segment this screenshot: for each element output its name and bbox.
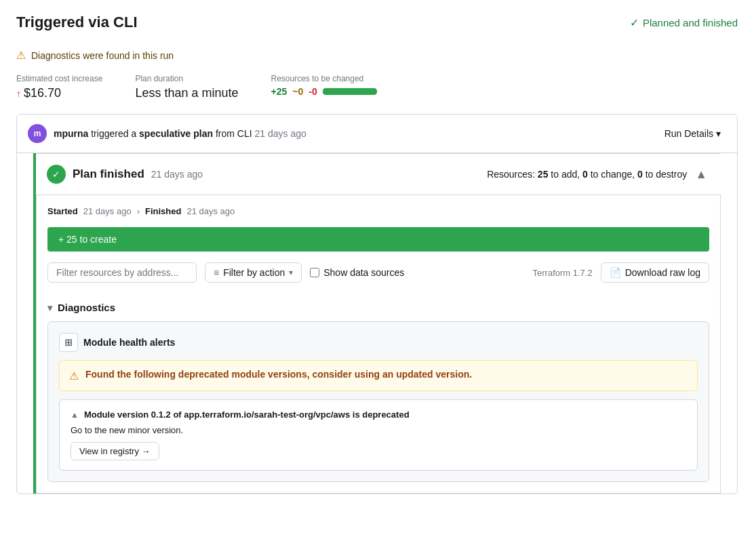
module-icon: ⊞: [59, 333, 78, 352]
diagnostics-section-label: Diagnostics: [58, 302, 115, 313]
page-title: Triggered via CLI: [16, 14, 138, 31]
avatar-initial: m: [34, 129, 41, 138]
run-user: mpurna: [54, 128, 88, 139]
check-icon: ✓: [630, 16, 639, 29]
plan-check-circle: ✓: [47, 165, 66, 184]
module-version-header[interactable]: ▲ Module version 0.1.2 of app.terraform.…: [71, 409, 686, 420]
view-registry-button[interactable]: View in registry →: [71, 442, 159, 460]
page-header: Triggered via CLI ✓ Planned and finished: [0, 0, 754, 42]
finished-label: Finished: [145, 206, 181, 216]
filter-action-label: Filter by action: [223, 267, 285, 278]
cost-value: ↑ $16.70: [16, 86, 102, 100]
duration-value: Less than a minute: [135, 86, 238, 100]
show-sources-text: Show data sources: [323, 267, 404, 278]
module-health-card: ⊞ Module health alerts ⚠ Found the follo…: [47, 321, 709, 482]
plan-time: 21 days ago: [151, 169, 203, 180]
up-arrow-icon: ↑: [16, 88, 21, 99]
filter-row: ≡ Filter by action ▾ Show data sources T…: [47, 262, 709, 283]
plan-header-right: Resources: 25 to add, 0 to change, 0 to …: [487, 166, 710, 183]
show-sources-checkbox[interactable]: [310, 268, 319, 277]
module-version-body: Go to the new minor version.: [71, 425, 686, 435]
resources-prefix: Resources:: [487, 169, 535, 180]
finished-time: 21 days ago: [186, 206, 235, 216]
progress-bar: [323, 88, 377, 95]
download-label: Download raw log: [625, 267, 700, 278]
module-chevron-icon: ▲: [71, 410, 79, 420]
metrics-row: Estimated cost increase ↑ $16.70 Plan du…: [0, 68, 754, 114]
to-change-label: to change,: [591, 169, 635, 180]
diagnostics-header[interactable]: ▾ Diagnostics: [47, 296, 709, 321]
started-time: 21 days ago: [83, 206, 132, 216]
resources-change: ~0: [292, 86, 303, 97]
diagnostics-section: ▾ Diagnostics ⊞ Module health alerts ⚠ F…: [47, 296, 709, 482]
to-add-label: to add,: [551, 169, 580, 180]
diagnostics-banner: ⚠ Diagnostics were found in this run: [0, 42, 754, 68]
to-add-count: 25: [538, 169, 549, 180]
filter-icon: ≡: [214, 267, 219, 278]
resources-label: Resources to be changed: [271, 74, 377, 83]
warning-icon: ⚠: [16, 49, 26, 62]
run-description: mpurna triggered a speculative plan from…: [54, 128, 306, 139]
plan-title: Plan finished: [73, 167, 144, 181]
terraform-version: Terraform 1.7.2: [533, 268, 593, 278]
run-source: from CLI: [216, 128, 255, 139]
cost-label: Estimated cost increase: [16, 74, 102, 83]
diagnostics-toggle-icon: ▾: [47, 302, 52, 313]
run-details-button[interactable]: Run Details ▾: [659, 125, 726, 142]
resources-metric: Resources to be changed +25 ~0 -0: [271, 74, 410, 100]
module-health-header: ⊞ Module health alerts: [59, 333, 698, 352]
avatar: m: [28, 124, 47, 143]
plan-section: ✓ Plan finished 21 days ago Resources: 2…: [33, 153, 721, 494]
progress-bar-fill: [323, 88, 377, 95]
download-raw-log-button[interactable]: 📄 Download raw log: [601, 262, 709, 283]
alert-warning-icon: ⚠: [69, 369, 79, 382]
view-registry-label: View in registry →: [79, 446, 151, 456]
run-time: 21 days ago: [254, 128, 306, 139]
filter-action-button[interactable]: ≡ Filter by action ▾: [205, 262, 302, 283]
to-destroy-count: 0: [637, 169, 643, 180]
collapse-button[interactable]: ▲: [692, 166, 710, 183]
chevron-down-icon: ▾: [289, 268, 293, 277]
diagnostics-banner-text: Diagnostics were found in this run: [31, 50, 174, 61]
show-sources-label[interactable]: Show data sources: [310, 267, 404, 278]
search-input[interactable]: [47, 262, 197, 283]
run-container: m mpurna triggered a speculative plan fr…: [16, 114, 738, 494]
plan-timeline: Started 21 days ago › Finished 21 days a…: [47, 206, 709, 216]
cost-amount: $16.70: [24, 86, 61, 100]
plan-resources-summary: Resources: 25 to add, 0 to change, 0 to …: [487, 169, 687, 180]
run-plan-type: speculative plan: [139, 128, 213, 139]
plan-header-left: ✓ Plan finished 21 days ago: [47, 165, 203, 184]
run-header-left: m mpurna triggered a speculative plan fr…: [28, 124, 306, 143]
download-icon: 📄: [610, 267, 621, 278]
create-bar-label: + 25 to create: [58, 234, 117, 245]
run-header: m mpurna triggered a speculative plan fr…: [17, 115, 737, 153]
module-health-label: Module health alerts: [83, 337, 175, 348]
to-change-count: 0: [582, 169, 588, 180]
plan-header: ✓ Plan finished 21 days ago Resources: 2…: [36, 153, 721, 195]
status-badge: ✓ Planned and finished: [630, 16, 738, 29]
run-action: triggered a: [91, 128, 139, 139]
arrow-icon: ›: [137, 206, 140, 216]
to-destroy-label: to destroy: [646, 169, 687, 180]
status-text: Planned and finished: [643, 17, 738, 28]
duration-label: Plan duration: [135, 74, 238, 83]
resources-destroy: -0: [309, 86, 317, 97]
resources-add: +25: [271, 86, 287, 97]
module-version-card: ▲ Module version 0.1.2 of app.terraform.…: [59, 399, 698, 471]
plan-body: Started 21 days ago › Finished 21 days a…: [36, 195, 721, 494]
started-label: Started: [47, 206, 78, 216]
deprecated-alert: ⚠ Found the following deprecated module …: [59, 360, 698, 391]
duration-metric: Plan duration Less than a minute: [135, 74, 271, 100]
deprecated-text: Found the following deprecated module ve…: [85, 369, 472, 380]
run-details-label: Run Details: [664, 128, 713, 139]
chevron-down-icon: ▾: [716, 128, 721, 139]
cost-metric: Estimated cost increase ↑ $16.70: [16, 74, 135, 100]
create-bar: + 25 to create: [47, 227, 709, 252]
module-version-title: Module version 0.1.2 of app.terraform.io…: [84, 409, 410, 420]
resources-value: +25 ~0 -0: [271, 86, 377, 97]
